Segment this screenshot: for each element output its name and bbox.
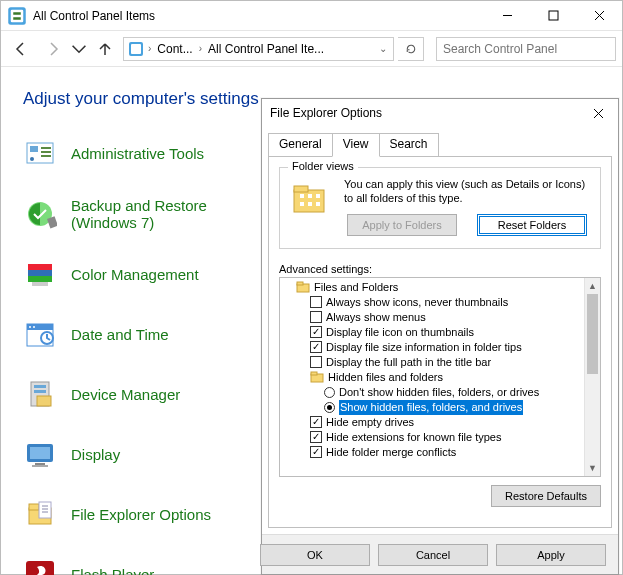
svg-rect-41	[308, 194, 312, 198]
checkbox-icon[interactable]: ✓	[310, 416, 322, 428]
svg-rect-34	[39, 502, 51, 518]
search-input[interactable]	[437, 42, 615, 56]
checkbox-icon[interactable]: ✓	[310, 341, 322, 353]
folder-views-icon	[290, 180, 334, 220]
tree-label: Files and Folders	[314, 280, 398, 295]
svg-rect-40	[300, 194, 304, 198]
checkbox-icon[interactable]: ✓	[310, 326, 322, 338]
breadcrumb-segment[interactable]: Cont...	[155, 42, 194, 56]
chevron-right-icon[interactable]: ›	[148, 43, 151, 54]
cp-item-label: Backup and Restore (Windows 7)	[71, 197, 253, 232]
svg-rect-33	[29, 504, 39, 510]
tree-check[interactable]: ✓Display file size information in folder…	[282, 340, 584, 355]
tree-label: Display file size information in folder …	[326, 340, 522, 355]
chevron-down-icon[interactable]: ⌄	[379, 43, 387, 54]
cp-item-label: Color Management	[71, 266, 199, 283]
checkbox-icon[interactable]	[310, 296, 322, 308]
nav-recent-button[interactable]	[71, 35, 87, 63]
cp-item-color-management[interactable]: Color Management	[23, 258, 253, 292]
tree-folder[interactable]: Hidden files and folders	[282, 370, 584, 385]
tree-check[interactable]: ✓Display file icon on thumbnails	[282, 325, 584, 340]
search-box[interactable]	[436, 37, 616, 61]
radio-icon[interactable]	[324, 402, 335, 413]
display-icon	[23, 438, 57, 472]
dialog-footer: OK Cancel Apply	[262, 534, 618, 574]
cp-item-flash-player[interactable]: Flash Player	[23, 558, 253, 576]
tree-radio[interactable]: Show hidden files, folders, and drives	[282, 400, 584, 415]
cp-item-device-manager[interactable]: Device Manager	[23, 378, 253, 412]
cp-item-backup-and-restore[interactable]: Backup and Restore (Windows 7)	[23, 197, 253, 232]
refresh-button[interactable]	[398, 37, 424, 61]
cancel-button[interactable]: Cancel	[378, 544, 488, 566]
svg-rect-9	[131, 44, 141, 54]
reset-folders-button[interactable]: Reset Folders	[477, 214, 587, 236]
svg-rect-16	[28, 264, 52, 270]
tree-label: Don't show hidden files, folders, or dri…	[339, 385, 539, 400]
scroll-thumb[interactable]	[587, 294, 598, 374]
tree-check[interactable]: Display the full path in the title bar	[282, 355, 584, 370]
scroll-up-button[interactable]: ▲	[585, 278, 600, 294]
minimize-button[interactable]	[484, 1, 530, 31]
close-button[interactable]	[576, 1, 622, 31]
tree-root[interactable]: Files and Folders	[282, 280, 584, 295]
svg-rect-43	[300, 202, 304, 206]
breadcrumb-segment[interactable]: All Control Panel Ite...	[206, 42, 326, 56]
nav-back-button[interactable]	[7, 35, 35, 63]
cp-item-label: Display	[71, 446, 120, 463]
ok-button[interactable]: OK	[260, 544, 370, 566]
cp-titlebar: All Control Panel Items	[1, 1, 622, 31]
svg-rect-2	[13, 12, 21, 15]
tree-label: Hide extensions for known file types	[326, 430, 501, 445]
cp-item-administrative-tools[interactable]: Administrative Tools	[23, 137, 253, 171]
cp-item-file-explorer-options[interactable]: File Explorer Options	[23, 498, 253, 532]
tree-check[interactable]: Always show menus	[282, 310, 584, 325]
chevron-right-icon[interactable]: ›	[199, 43, 202, 54]
address-bar[interactable]: › Cont... › All Control Panel Ite... ⌄	[123, 37, 394, 61]
tree-label: Display file icon on thumbnails	[326, 325, 474, 340]
maximize-button[interactable]	[530, 1, 576, 31]
checkbox-icon[interactable]	[310, 356, 322, 368]
apply-button[interactable]: Apply	[496, 544, 606, 566]
tab-search[interactable]: Search	[379, 133, 439, 157]
control-panel-icon	[7, 6, 27, 26]
backup-and-restore-icon	[23, 197, 57, 231]
cp-item-display[interactable]: Display	[23, 438, 253, 472]
file-explorer-options-dialog: File Explorer Options GeneralViewSearch …	[261, 98, 619, 575]
cp-item-label: Date and Time	[71, 326, 169, 343]
tab-general[interactable]: General	[268, 133, 333, 157]
window-title: All Control Panel Items	[33, 9, 484, 23]
cp-item-label: Administrative Tools	[71, 145, 204, 162]
tree-label: Hide folder merge conflicts	[326, 445, 456, 460]
folder-views-text: You can apply this view (such as Details…	[344, 178, 590, 206]
tab-view[interactable]: View	[332, 133, 380, 157]
nav-up-button[interactable]	[91, 35, 119, 63]
control-panel-icon	[128, 41, 144, 57]
checkbox-icon[interactable]	[310, 311, 322, 323]
nav-forward-button[interactable]	[39, 35, 67, 63]
radio-icon[interactable]	[324, 387, 335, 398]
apply-to-folders-button[interactable]: Apply to Folders	[347, 214, 457, 236]
administrative-tools-icon	[23, 137, 57, 171]
file-explorer-options-icon	[23, 498, 57, 532]
dialog-close-button[interactable]	[578, 99, 618, 127]
tree-check[interactable]: ✓Hide extensions for known file types	[282, 430, 584, 445]
svg-rect-26	[34, 390, 46, 393]
cp-item-label: File Explorer Options	[71, 506, 211, 523]
svg-rect-49	[311, 372, 317, 375]
folder-icon	[310, 370, 324, 384]
cp-item-date-and-time[interactable]: Date and Time	[23, 318, 253, 352]
tree-check[interactable]: ✓Hide folder merge conflicts	[282, 445, 584, 460]
checkbox-icon[interactable]: ✓	[310, 431, 322, 443]
tree-radio[interactable]: Don't show hidden files, folders, or dri…	[282, 385, 584, 400]
scroll-down-button[interactable]: ▼	[585, 460, 600, 476]
advanced-settings-tree[interactable]: Files and FoldersAlways show icons, neve…	[279, 277, 601, 477]
checkbox-icon[interactable]: ✓	[310, 446, 322, 458]
svg-rect-27	[37, 396, 51, 406]
tree-check[interactable]: Always show icons, never thumbnails	[282, 295, 584, 310]
tree-scrollbar[interactable]: ▲ ▼	[584, 278, 600, 476]
color-management-icon	[23, 258, 57, 292]
svg-rect-42	[316, 194, 320, 198]
cp-item-label: Flash Player	[71, 566, 154, 575]
tree-check[interactable]: ✓Hide empty drives	[282, 415, 584, 430]
restore-defaults-button[interactable]: Restore Defaults	[491, 485, 601, 507]
